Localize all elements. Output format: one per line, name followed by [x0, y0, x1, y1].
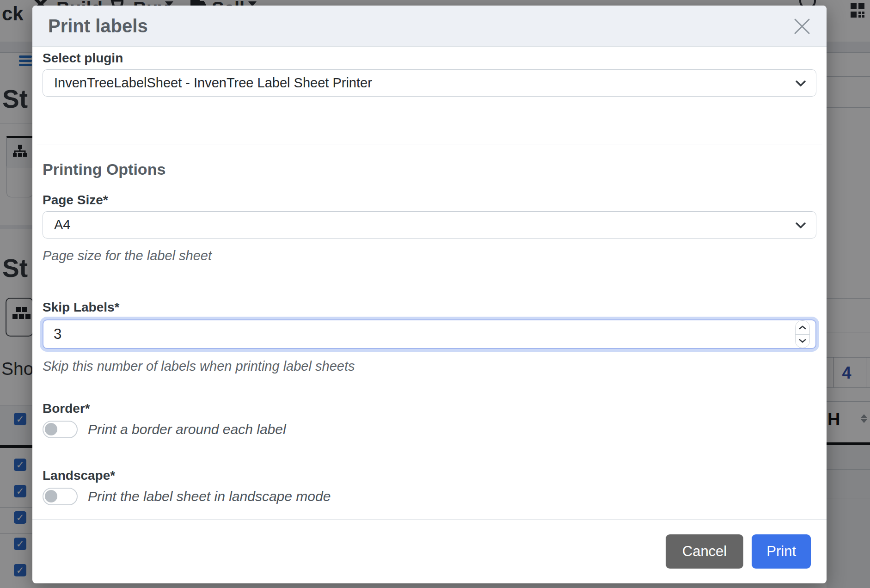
- landscape-row: Print the label sheet in landscape mode: [43, 488, 816, 505]
- stepper-up-icon[interactable]: [796, 321, 809, 334]
- landscape-label: Landscape*: [43, 468, 816, 483]
- cancel-button[interactable]: Cancel: [666, 534, 744, 569]
- modal-body: Select plugin InvenTreeLabelSheet - Inve…: [32, 47, 827, 519]
- page-size-select[interactable]: A4: [43, 211, 816, 239]
- print-button[interactable]: Print: [752, 534, 811, 569]
- border-row: Print a border around each label: [43, 421, 816, 438]
- skip-labels-help: Skip this number of labels when printing…: [43, 358, 816, 374]
- skip-labels-input[interactable]: [43, 319, 816, 349]
- border-toggle[interactable]: [43, 421, 78, 438]
- page-size-label: Page Size*: [43, 192, 816, 208]
- page-size-select-value: A4: [54, 217, 70, 233]
- landscape-toggle[interactable]: [43, 488, 78, 505]
- border-label: Border*: [43, 401, 816, 416]
- close-icon: [791, 16, 813, 37]
- chevron-down-icon: [796, 222, 806, 228]
- modal-title: Print labels: [48, 16, 148, 37]
- screen: ck Build Buy Sell: [0, 0, 870, 588]
- page-size-help: Page size for the label sheet: [43, 248, 816, 263]
- stepper-down-icon[interactable]: [796, 334, 809, 348]
- plugin-select[interactable]: InvenTreeLabelSheet - InvenTree Label Sh…: [43, 69, 816, 97]
- plugin-select-value: InvenTreeLabelSheet - InvenTree Label Sh…: [54, 75, 372, 91]
- chevron-down-icon: [796, 80, 806, 86]
- printing-options-heading: Printing Options: [43, 160, 816, 178]
- toggle-knob: [45, 490, 57, 502]
- toggle-knob: [45, 423, 57, 435]
- border-help: Print a border around each label: [88, 422, 286, 437]
- skip-labels-field: [43, 319, 816, 349]
- landscape-help: Print the label sheet in landscape mode: [88, 489, 331, 504]
- number-stepper: [795, 320, 810, 348]
- modal-header: Print labels: [32, 6, 827, 47]
- skip-labels-label: Skip Labels*: [43, 300, 816, 315]
- modal-footer: Cancel Print: [32, 519, 827, 583]
- plugin-label: Select plugin: [43, 50, 816, 66]
- print-labels-modal: Print labels Select plugin InvenTreeLabe…: [32, 6, 827, 583]
- section-divider: [37, 145, 822, 145]
- close-button[interactable]: [791, 16, 813, 37]
